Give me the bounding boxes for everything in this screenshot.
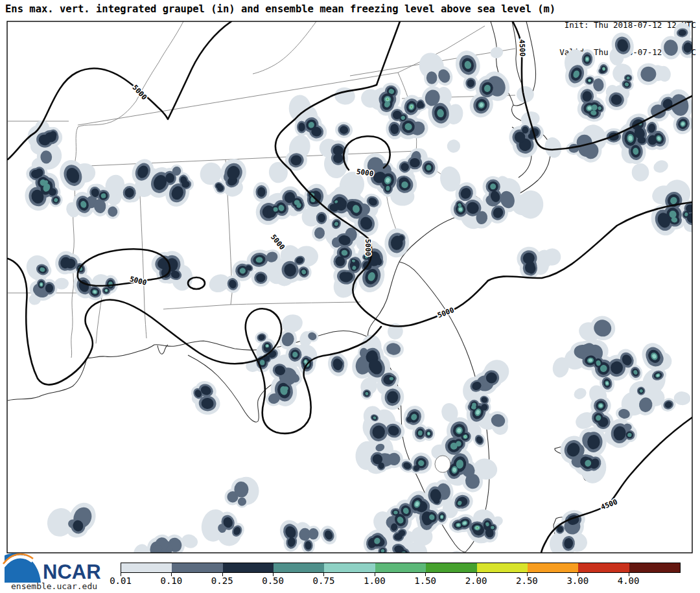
colorbar-tick-label: 4.00 — [618, 576, 640, 586]
state-border — [231, 302, 360, 305]
colorbar-segment — [578, 563, 629, 572]
ncar-logo: NCAR — [1, 553, 111, 585]
contour-label: 4500 — [600, 498, 618, 512]
graupel-cell — [489, 45, 504, 60]
contour-label: 4500 — [518, 40, 527, 57]
colorbar-segment — [426, 563, 476, 572]
colorbar-tick-label: 0.10 — [161, 576, 183, 586]
contour-label: 5000 — [436, 306, 455, 320]
ncar-wordmark: NCAR — [43, 561, 101, 583]
map-canvas: 50005000500050005000500045004500 — [0, 0, 700, 593]
lake-okeechobee — [435, 456, 450, 472]
contour-label: 5000 — [129, 275, 148, 287]
colorbar-segment — [629, 563, 680, 572]
graupel-cell — [577, 135, 592, 150]
colorbar-segment — [528, 563, 578, 572]
coastline — [87, 351, 139, 358]
graupel-cell — [542, 135, 563, 159]
state-border — [163, 305, 231, 309]
graupel-cell — [517, 189, 545, 220]
colorbar-tick-label: 0.25 — [211, 576, 233, 586]
colorbar — [121, 563, 681, 573]
colorbar-tick-label: 3.00 — [566, 576, 589, 586]
graupel-cell — [334, 86, 356, 106]
coastline — [158, 345, 168, 354]
colorbar-segment — [172, 563, 222, 572]
weather-map-product: Ens max. vert. integrated graupel (in) a… — [0, 0, 700, 593]
contour-label: 5000 — [364, 239, 372, 257]
contour-label: 5000 — [131, 84, 149, 102]
graupel-shading — [21, 23, 700, 569]
colorbar-tick-label: 1.50 — [414, 576, 436, 586]
colorbar-segment — [274, 563, 324, 572]
graupel-cell — [673, 391, 691, 406]
graupel-cell — [446, 138, 461, 154]
colorbar-segment — [375, 563, 426, 572]
colorbar-tick-label: 1.00 — [364, 576, 386, 586]
colorbar-segment — [324, 563, 375, 572]
colorbar-tick-label: 2.50 — [516, 576, 538, 586]
colorbar-segment — [477, 563, 528, 572]
colorbar-tick-label: 0.50 — [262, 576, 284, 586]
colorbar-tick-label: 0.01 — [110, 576, 132, 586]
colorbar-tick-label: 0.75 — [313, 576, 335, 586]
graupel-cell — [652, 158, 670, 174]
colorbar-tick-label: 2.00 — [465, 576, 487, 586]
graupel-cell — [572, 386, 589, 402]
site-url: ensemble.ucar.edu — [11, 581, 97, 591]
graupel-cell — [631, 163, 649, 182]
colorbar-segment — [121, 563, 172, 572]
map-layers: 50005000500050005000500045004500 — [8, 21, 700, 569]
state-border — [253, 21, 316, 74]
coastline — [8, 358, 87, 401]
colorbar-segment — [223, 563, 274, 572]
